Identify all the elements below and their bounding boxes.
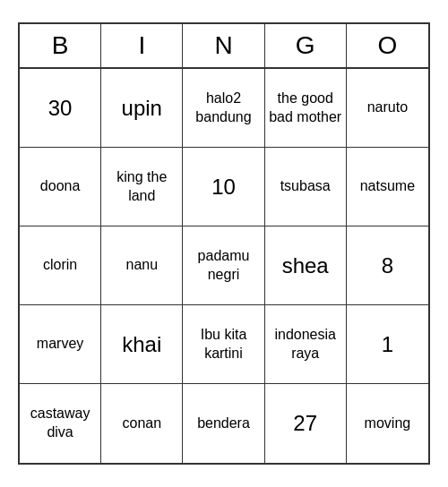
bingo-cell: the good bad mother <box>265 69 347 148</box>
bingo-cell: halo2 bandung <box>183 69 264 148</box>
bingo-cell: 8 <box>347 226 428 305</box>
bingo-cell: shea <box>265 226 347 305</box>
header-letter: I <box>101 24 183 67</box>
bingo-cell: 1 <box>347 305 428 384</box>
bingo-cell: 30 <box>20 69 101 148</box>
bingo-header: BINGO <box>20 24 428 69</box>
bingo-cell: conan <box>101 384 183 463</box>
bingo-cell: natsume <box>347 148 428 226</box>
bingo-cell: nanu <box>101 226 183 305</box>
bingo-cell: Ibu kita kartini <box>183 305 264 384</box>
bingo-cell: moving <box>347 384 428 463</box>
header-letter: B <box>20 24 101 67</box>
bingo-cell: marvey <box>20 305 101 384</box>
bingo-cell: king the land <box>101 148 183 226</box>
bingo-cell: clorin <box>20 226 101 305</box>
bingo-cell: 27 <box>265 384 347 463</box>
bingo-cell: castaway diva <box>20 384 101 463</box>
bingo-cell: bendera <box>183 384 264 463</box>
bingo-cell: indonesia raya <box>265 305 347 384</box>
header-letter: O <box>347 24 428 67</box>
bingo-cell: naruto <box>347 69 428 148</box>
bingo-card: BINGO 30upinhalo2 bandungthe good bad mo… <box>18 22 430 465</box>
header-letter: G <box>265 24 347 67</box>
bingo-cell: upin <box>101 69 183 148</box>
header-letter: N <box>183 24 264 67</box>
bingo-cell: tsubasa <box>265 148 347 226</box>
bingo-cell: khai <box>101 305 183 384</box>
bingo-grid: 30upinhalo2 bandungthe good bad motherna… <box>20 69 428 463</box>
bingo-cell: padamu negri <box>183 226 264 305</box>
bingo-cell: 10 <box>183 148 264 226</box>
bingo-cell: doona <box>20 148 101 226</box>
